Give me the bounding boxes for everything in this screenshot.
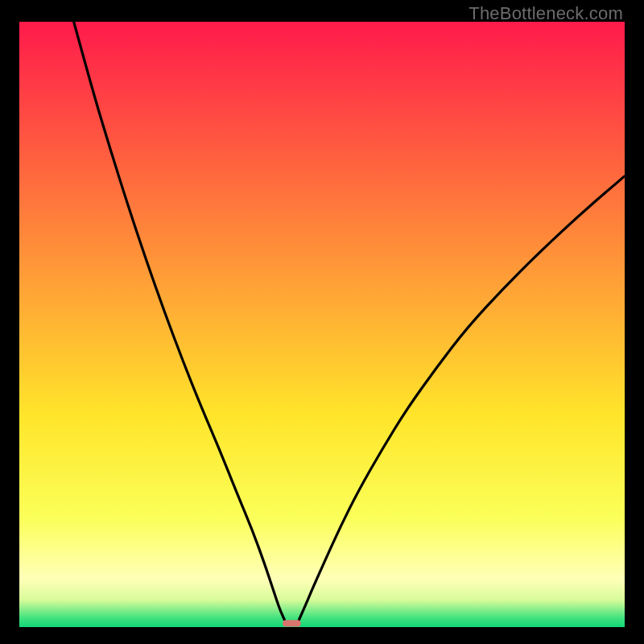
gradient-background — [19, 22, 625, 627]
chart-frame — [19, 22, 625, 627]
bottleneck-chart — [19, 22, 625, 627]
minimum-marker — [283, 620, 301, 626]
